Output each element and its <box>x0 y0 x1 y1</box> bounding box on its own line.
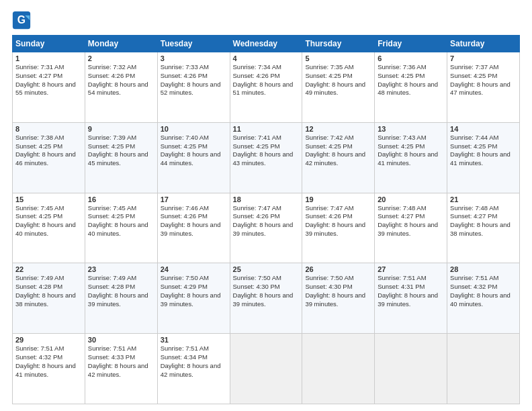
calendar-cell: 31Sunrise: 7:51 AMSunset: 4:34 PMDayligh… <box>157 334 230 404</box>
calendar-cell: 1Sunrise: 7:31 AMSunset: 4:27 PMDaylight… <box>13 52 85 123</box>
calendar-cell: 23Sunrise: 7:49 AMSunset: 4:28 PMDayligh… <box>85 263 157 334</box>
svg-text:G: G <box>17 14 26 26</box>
calendar-cell: 3Sunrise: 7:33 AMSunset: 4:26 PMDaylight… <box>157 52 230 123</box>
calendar-cell: 19Sunrise: 7:47 AMSunset: 4:26 PMDayligh… <box>302 193 375 263</box>
calendar-weekday-header: Wednesday <box>230 36 302 52</box>
calendar-weekday-header: Monday <box>85 36 157 52</box>
calendar-cell: 14Sunrise: 7:44 AMSunset: 4:25 PMDayligh… <box>447 122 520 193</box>
calendar-weekday-header: Saturday <box>447 36 520 52</box>
header: G <box>12 11 520 30</box>
calendar-cell: 20Sunrise: 7:48 AMSunset: 4:27 PMDayligh… <box>375 193 447 263</box>
calendar-cell: 7Sunrise: 7:37 AMSunset: 4:25 PMDaylight… <box>447 52 520 123</box>
calendar-cell: 9Sunrise: 7:39 AMSunset: 4:25 PMDaylight… <box>85 122 157 193</box>
calendar-cell: 11Sunrise: 7:41 AMSunset: 4:25 PMDayligh… <box>230 122 302 193</box>
calendar-cell: 22Sunrise: 7:49 AMSunset: 4:28 PMDayligh… <box>13 263 85 334</box>
calendar-cell: 24Sunrise: 7:50 AMSunset: 4:29 PMDayligh… <box>157 263 230 334</box>
calendar-cell: 5Sunrise: 7:35 AMSunset: 4:25 PMDaylight… <box>302 52 375 123</box>
calendar-weekday-header: Tuesday <box>157 36 230 52</box>
calendar-cell: 6Sunrise: 7:36 AMSunset: 4:25 PMDaylight… <box>375 52 447 123</box>
calendar-cell <box>302 334 375 404</box>
calendar-cell: 16Sunrise: 7:45 AMSunset: 4:25 PMDayligh… <box>85 193 157 263</box>
calendar-cell: 30Sunrise: 7:51 AMSunset: 4:33 PMDayligh… <box>85 334 157 404</box>
calendar-cell: 17Sunrise: 7:46 AMSunset: 4:26 PMDayligh… <box>157 193 230 263</box>
logo-icon: G <box>12 11 31 30</box>
page: G SundayMondayTuesdayWednesdayThursdayFr… <box>0 0 532 411</box>
calendar-row: 15Sunrise: 7:45 AMSunset: 4:25 PMDayligh… <box>13 193 520 263</box>
calendar-row: 1Sunrise: 7:31 AMSunset: 4:27 PMDaylight… <box>13 52 520 123</box>
calendar-cell: 12Sunrise: 7:42 AMSunset: 4:25 PMDayligh… <box>302 122 375 193</box>
calendar-weekday-header: Sunday <box>13 36 85 52</box>
calendar-cell: 2Sunrise: 7:32 AMSunset: 4:26 PMDaylight… <box>85 52 157 123</box>
calendar-cell: 4Sunrise: 7:34 AMSunset: 4:26 PMDaylight… <box>230 52 302 123</box>
calendar-weekday-header: Friday <box>375 36 447 52</box>
calendar-cell: 21Sunrise: 7:48 AMSunset: 4:27 PMDayligh… <box>447 193 520 263</box>
calendar-cell <box>447 334 520 404</box>
calendar-cell: 10Sunrise: 7:40 AMSunset: 4:25 PMDayligh… <box>157 122 230 193</box>
calendar-cell: 18Sunrise: 7:47 AMSunset: 4:26 PMDayligh… <box>230 193 302 263</box>
calendar-cell: 25Sunrise: 7:50 AMSunset: 4:30 PMDayligh… <box>230 263 302 334</box>
calendar-cell: 28Sunrise: 7:51 AMSunset: 4:32 PMDayligh… <box>447 263 520 334</box>
calendar-cell <box>230 334 302 404</box>
calendar-cell: 29Sunrise: 7:51 AMSunset: 4:32 PMDayligh… <box>13 334 85 404</box>
calendar-row: 8Sunrise: 7:38 AMSunset: 4:25 PMDaylight… <box>13 122 520 193</box>
calendar-cell: 8Sunrise: 7:38 AMSunset: 4:25 PMDaylight… <box>13 122 85 193</box>
calendar-row: 29Sunrise: 7:51 AMSunset: 4:32 PMDayligh… <box>13 334 520 404</box>
calendar-cell: 15Sunrise: 7:45 AMSunset: 4:25 PMDayligh… <box>13 193 85 263</box>
calendar-table: SundayMondayTuesdayWednesdayThursdayFrid… <box>12 35 520 404</box>
logo: G <box>12 11 32 30</box>
calendar-cell: 27Sunrise: 7:51 AMSunset: 4:31 PMDayligh… <box>375 263 447 334</box>
calendar-row: 22Sunrise: 7:49 AMSunset: 4:28 PMDayligh… <box>13 263 520 334</box>
calendar-cell: 13Sunrise: 7:43 AMSunset: 4:25 PMDayligh… <box>375 122 447 193</box>
calendar-header-row: SundayMondayTuesdayWednesdayThursdayFrid… <box>13 36 520 52</box>
calendar-weekday-header: Thursday <box>302 36 375 52</box>
calendar-cell <box>375 334 447 404</box>
calendar-cell: 26Sunrise: 7:50 AMSunset: 4:30 PMDayligh… <box>302 263 375 334</box>
